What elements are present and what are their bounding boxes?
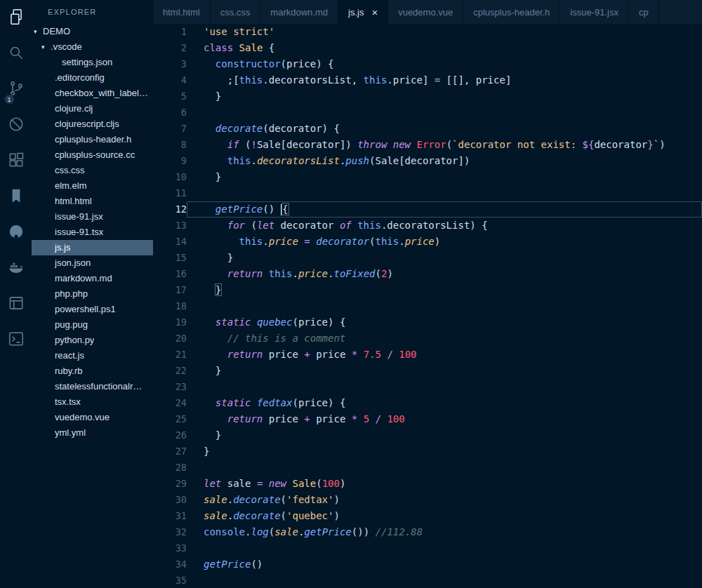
code-line[interactable]: 11 bbox=[153, 185, 702, 201]
debug-disabled-icon[interactable] bbox=[3, 109, 29, 138]
code-line[interactable]: 14 this.price = decorator(this.price) bbox=[153, 234, 702, 250]
tab-cplusplus-header.h[interactable]: cplusplus-header.h bbox=[463, 0, 560, 24]
search-icon[interactable] bbox=[3, 38, 29, 67]
code-line[interactable]: 26 } bbox=[153, 427, 702, 443]
file-item[interactable]: markdown.md bbox=[32, 271, 153, 286]
file-item[interactable]: php.php bbox=[32, 286, 153, 302]
file-item[interactable]: json.json bbox=[32, 255, 153, 271]
folder-item[interactable]: ▾.vscode bbox=[32, 39, 153, 55]
code-line[interactable]: 15 } bbox=[153, 250, 702, 266]
code-line[interactable]: 29let sale = new Sale(100) bbox=[153, 476, 702, 492]
code-line[interactable]: 35 bbox=[153, 573, 702, 588]
tab-css.css[interactable]: css.css bbox=[211, 0, 261, 24]
code-token bbox=[310, 236, 316, 247]
tab-issue-91.jsx[interactable]: issue-91.jsx bbox=[560, 0, 629, 24]
code-line[interactable]: 2class Sale { bbox=[153, 40, 702, 56]
code-line[interactable]: 24 static fedtax(price) { bbox=[153, 395, 702, 411]
extensions-icon[interactable] bbox=[3, 145, 29, 174]
file-item[interactable]: css.css bbox=[32, 163, 153, 178]
code-line[interactable]: 34getPrice() bbox=[153, 556, 702, 573]
docker-icon[interactable] bbox=[3, 253, 29, 281]
file-item[interactable]: clojure.clj bbox=[32, 101, 153, 116]
code-line[interactable]: 31sale.decorate('quebec') bbox=[153, 508, 702, 524]
terminal-icon[interactable] bbox=[3, 324, 29, 353]
code-token: let bbox=[204, 478, 221, 489]
tab-cp[interactable]: cp bbox=[629, 0, 659, 24]
code-line[interactable]: 33 bbox=[153, 540, 702, 556]
file-item[interactable]: yml.yml bbox=[32, 425, 153, 441]
code-token bbox=[204, 316, 216, 328]
code-line[interactable]: 27} bbox=[153, 443, 702, 460]
file-item[interactable]: .editorconfig bbox=[32, 70, 153, 86]
file-item[interactable]: ruby.rb bbox=[32, 363, 153, 379]
code-line[interactable]: 9 this.decoratorsList.push(Sale[decorato… bbox=[153, 153, 702, 169]
file-item[interactable]: cplusplus-header.h bbox=[32, 132, 153, 147]
code-token: sale bbox=[204, 494, 227, 505]
item-label: .vscode bbox=[51, 39, 82, 55]
source-control-icon[interactable]: 1 bbox=[3, 74, 29, 102]
bookmarks-icon[interactable] bbox=[3, 181, 29, 210]
code-line-content: } bbox=[187, 169, 702, 185]
code-line[interactable]: 5 } bbox=[153, 88, 702, 105]
tab-html.html[interactable]: html.html bbox=[153, 0, 211, 24]
browser-preview-icon[interactable] bbox=[3, 288, 29, 317]
item-label: DEMO bbox=[43, 24, 70, 39]
code-line[interactable]: 20 // this is a comment bbox=[153, 330, 702, 347]
code-line[interactable]: 19 static quebec(price) { bbox=[153, 314, 702, 330]
github-icon[interactable] bbox=[3, 217, 29, 246]
file-item[interactable]: clojurescript.cljs bbox=[32, 116, 153, 132]
explorer-icon[interactable] bbox=[3, 2, 29, 31]
code-line[interactable]: 8 if (!Sale[decorator]) throw new Error(… bbox=[153, 137, 702, 153]
file-item[interactable]: settings.json bbox=[32, 55, 153, 70]
code-line[interactable]: 23 bbox=[153, 379, 702, 395]
code-line[interactable]: 10 } bbox=[153, 169, 702, 185]
file-item[interactable]: vuedemo.vue bbox=[32, 410, 153, 425]
file-item[interactable]: issue-91.tsx bbox=[32, 225, 153, 240]
code-line[interactable]: 6 bbox=[153, 105, 702, 121]
code-token: 7.5 bbox=[364, 349, 381, 360]
folder-item[interactable]: ▾DEMO bbox=[32, 24, 153, 39]
file-item[interactable]: js.js bbox=[32, 240, 153, 255]
file-item[interactable]: powershell.ps1 bbox=[32, 302, 153, 317]
code-token: return bbox=[227, 413, 263, 425]
file-item[interactable]: react.js bbox=[32, 348, 153, 363]
tab-close-icon[interactable]: × bbox=[371, 7, 378, 18]
file-item[interactable]: python.py bbox=[32, 333, 153, 348]
tab-vuedemo.vue[interactable]: vuedemo.vue bbox=[388, 0, 463, 24]
code-line[interactable]: 18 bbox=[153, 298, 702, 314]
code-line[interactable]: 13 for (let decorator of this.decorators… bbox=[153, 218, 702, 234]
code-line[interactable]: 32console.log(sale.getPrice()) //112.88 bbox=[153, 524, 702, 540]
code-line[interactable]: 1'use strict' bbox=[153, 24, 702, 40]
file-item[interactable]: statelessfunctionalr… bbox=[32, 379, 153, 394]
code-token: / bbox=[387, 349, 392, 360]
file-item[interactable]: pug.pug bbox=[32, 317, 153, 333]
code-line[interactable]: 3 constructor(price) { bbox=[153, 56, 702, 72]
code-line[interactable]: 21 return price + price * 7.5 / 100 bbox=[153, 347, 702, 363]
code-token: static bbox=[216, 397, 251, 408]
code-line-content: console.log(sale.getPrice()) //112.88 bbox=[187, 524, 702, 540]
file-item[interactable]: tsx.tsx bbox=[32, 394, 153, 410]
tab-js.js[interactable]: js.js× bbox=[338, 0, 388, 24]
code-line[interactable]: 12 getPrice() { bbox=[153, 201, 702, 218]
code-token: ${ bbox=[583, 139, 595, 150]
file-item[interactable]: html.html bbox=[32, 194, 153, 209]
code-line[interactable]: 7 decorate(decorator) { bbox=[153, 121, 702, 137]
code-token: () bbox=[251, 559, 263, 570]
code-token: log bbox=[251, 526, 268, 537]
file-item[interactable]: issue-91.jsx bbox=[32, 209, 153, 225]
file-item[interactable]: checkbox_with_label… bbox=[32, 86, 153, 101]
code-line[interactable]: 4 ;[this.decoratorsList, this.price] = [… bbox=[153, 72, 702, 88]
code-line[interactable]: 22 } bbox=[153, 363, 702, 379]
tab-label: cplusplus-header.h bbox=[473, 7, 550, 18]
code-token: ( bbox=[316, 478, 322, 489]
code-line[interactable]: 30sale.decorate('fedtax') bbox=[153, 492, 702, 508]
file-item[interactable]: elm.elm bbox=[32, 178, 153, 194]
code-line[interactable]: 28 bbox=[153, 460, 702, 476]
code-line[interactable]: 16 return this.price.toFixed(2) bbox=[153, 266, 702, 282]
code-line[interactable]: 25 return price + price * 5 / 100 bbox=[153, 411, 702, 427]
code-token: 'fedtax' bbox=[286, 494, 333, 505]
file-item[interactable]: cplusplus-source.cc bbox=[32, 147, 153, 163]
tab-label: html.html bbox=[163, 7, 200, 18]
tab-markdown.md[interactable]: markdown.md bbox=[260, 0, 338, 24]
code-line[interactable]: 17 } bbox=[153, 282, 702, 298]
